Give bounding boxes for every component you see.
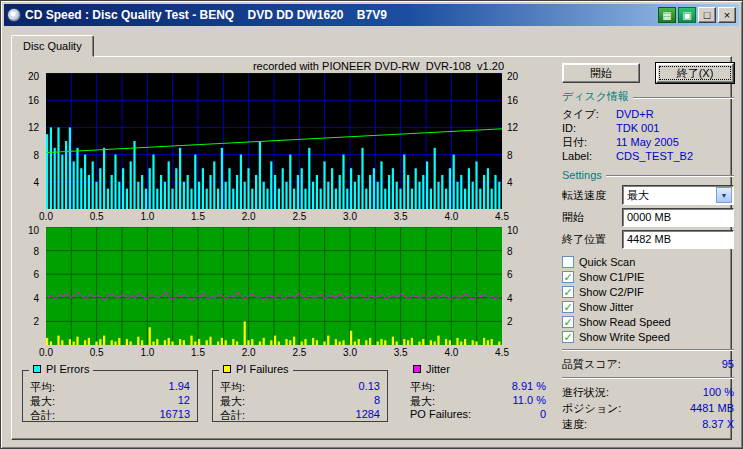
stat-row: 合計:16713: [30, 408, 190, 421]
settings-header: Settings: [562, 169, 734, 181]
jitter-statbox: Jitter 平均:8.91 %最大:11.0 %PO Failures:0: [402, 370, 554, 422]
x-axis-label: 3.0: [339, 347, 361, 358]
separator: [606, 175, 734, 177]
status-label: ポジション:: [562, 401, 621, 416]
jitter-stats: 平均:8.91 %最大:11.0 %PO Failures:0: [403, 371, 553, 421]
end-position-input[interactable]: [622, 230, 734, 249]
close-button[interactable]: ×: [718, 7, 736, 23]
jitter-statbox-label: Jitter: [426, 363, 450, 375]
pi-errors-legend-swatch: [33, 365, 41, 373]
x-axis-label: 2.5: [288, 347, 310, 358]
stat-value: 0.13: [359, 380, 380, 393]
speed-combobox[interactable]: 最大 ▼: [622, 185, 734, 205]
start-position-row: 開始: [562, 206, 734, 228]
disc-info-value: DVD+R: [616, 108, 654, 120]
x-axis-label: 0.0: [35, 211, 57, 222]
stat-label: 合計:: [220, 408, 245, 421]
y-axis-label: 8: [507, 246, 513, 257]
disc-info-header: ディスク情報: [562, 89, 734, 104]
status-value: 100 %: [703, 386, 734, 398]
y-axis-label: 16: [507, 95, 518, 106]
checkbox-show-jitter[interactable]: ✓Show Jitter: [562, 299, 734, 314]
y-axis-label: 4: [33, 293, 39, 304]
maximize-button[interactable]: □: [698, 7, 716, 23]
exit-button[interactable]: 終了(X): [656, 63, 734, 83]
end-position-row: 終了位置: [562, 228, 734, 250]
y-axis-label: 12: [507, 122, 518, 133]
pi-failures-statbox-title: PI Failures: [219, 363, 293, 375]
checkbox-show-c1-pie[interactable]: ✓Show C1/PIE: [562, 269, 734, 284]
titlebar-buttons: ▦ ▣ □ ×: [658, 7, 736, 23]
stat-label: 最大:: [410, 394, 435, 407]
stat-value: 1284: [356, 408, 380, 421]
pi-failures-statbox-label: PI Failures: [236, 363, 289, 375]
stat-label: 平均:: [220, 380, 245, 393]
quality-score-label: 品質スコア:: [562, 357, 621, 372]
pi-errors-stats: 平均:1.94最大:12合計:16713: [23, 371, 197, 421]
checkbox-label: Quick Scan: [579, 256, 635, 268]
stat-row: 最大:11.0 %: [410, 394, 546, 407]
separator: [562, 349, 734, 351]
x-axis-label: 2.5: [288, 211, 310, 222]
speed-combobox-value: 最大: [623, 188, 715, 203]
y-axis-label: 20: [507, 71, 518, 82]
tab-label: Disc Quality: [23, 40, 82, 52]
top-chart: 20161284 20161284 0.00.51.01.52.02.53.03…: [20, 73, 556, 223]
disc-info-header-label: ディスク情報: [562, 89, 629, 104]
y-axis-label: 8: [33, 246, 39, 257]
x-axis-label: 1.0: [136, 347, 158, 358]
window-title: CD Speed : Disc Quality Test - BENQ DVD …: [25, 8, 387, 22]
stat-value: 12: [178, 394, 190, 407]
checkbox-box[interactable]: ✓: [562, 301, 574, 313]
start-position-input[interactable]: [622, 208, 734, 227]
status-value: 8.37 X: [702, 418, 734, 430]
checkbox-box[interactable]: ✓: [562, 316, 574, 328]
top-chart-yaxis-left: 20161284: [20, 73, 42, 223]
checkbox-label: Show Write Speed: [579, 331, 670, 343]
y-axis-label: 6: [507, 269, 513, 280]
x-axis-label: 1.5: [187, 347, 209, 358]
chevron-down-icon[interactable]: ▼: [716, 187, 732, 203]
disc-quality-page: recorded with PIONEER DVD-RW DVR-108 v1.…: [11, 56, 732, 440]
stats-row: PI Errors 平均:1.94最大:12合計:16713 PI Failur…: [20, 366, 556, 424]
disc-info-row: ID:TDK 001: [562, 121, 734, 135]
checkbox-show-c2-pif[interactable]: ✓Show C2/PIF: [562, 284, 734, 299]
quality-score-value: 95: [722, 358, 734, 370]
stat-label: 平均:: [410, 380, 435, 393]
y-axis-label: 20: [28, 71, 39, 82]
checkbox-box[interactable]: ✓: [562, 286, 574, 298]
settings-header-label: Settings: [562, 169, 602, 181]
checkbox-box[interactable]: [562, 256, 574, 268]
checkbox-label: Show Jitter: [579, 301, 633, 313]
stat-value: 0: [540, 408, 546, 421]
app-icon: [7, 8, 21, 22]
stat-label: 最大:: [220, 394, 245, 407]
disc-info-label: ID:: [562, 122, 616, 134]
x-axis-label: 3.5: [390, 211, 412, 222]
checkbox-box[interactable]: ✓: [562, 331, 574, 343]
pi-failures-stats: 平均:0.13最大:8合計:1284: [213, 371, 387, 421]
stat-row: 最大:8: [220, 394, 380, 407]
status-row: 速度:8.37 X: [562, 416, 734, 432]
pi-failures-legend-swatch: [223, 365, 231, 373]
checkbox-box[interactable]: ✓: [562, 271, 574, 283]
checkbox-show-write-speed[interactable]: ✓Show Write Speed: [562, 329, 734, 344]
checkbox-quick-scan[interactable]: Quick Scan: [562, 254, 734, 269]
checkbox-label: Show Read Speed: [579, 316, 671, 328]
stat-value: 8.91 %: [512, 380, 546, 393]
checkbox-show-read-speed[interactable]: ✓Show Read Speed: [562, 314, 734, 329]
transfer-speed-row: 転送速度 最大 ▼: [562, 184, 734, 206]
charts-area: recorded with PIONEER DVD-RW DVR-108 v1.…: [20, 59, 556, 439]
tab-disc-quality[interactable]: Disc Quality: [11, 35, 94, 57]
stat-value: 11.0 %: [513, 394, 546, 407]
client-area: Disc Quality recorded with PIONEER DVD-R…: [4, 26, 739, 445]
title-bar[interactable]: CD Speed : Disc Quality Test - BENQ DVD …: [4, 4, 739, 26]
progress-rows: 進行状況:100 %ポジション:4481 MB速度:8.37 X: [562, 384, 734, 432]
x-axis-label: 3.5: [390, 347, 412, 358]
x-axis-label: 0.0: [35, 347, 57, 358]
save-graph-icon[interactable]: ▣: [678, 7, 696, 23]
transfer-speed-label: 転送速度: [562, 188, 606, 203]
capture-icon[interactable]: ▦: [658, 7, 676, 23]
start-button[interactable]: 開始: [562, 63, 640, 83]
disc-info-label: Label:: [562, 150, 616, 162]
